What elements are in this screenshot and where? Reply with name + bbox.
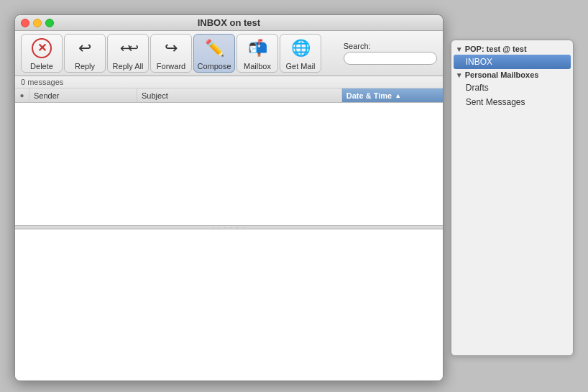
delete-icon: ✕ bbox=[30, 37, 53, 60]
delete-button[interactable]: ✕ Delete bbox=[21, 34, 63, 73]
get-mail-label: Get Mail bbox=[286, 62, 316, 70]
personal-mailboxes-label: Personal Mailboxes bbox=[465, 70, 539, 79]
sidebar-inner: ▼ POP: test @ test INBOX ▼ Personal Mail… bbox=[451, 40, 573, 112]
column-headers: ● Sender Subject Date & Time ▲ bbox=[15, 88, 443, 103]
reply-button[interactable]: ↩ Reply bbox=[64, 34, 106, 73]
reply-label: Reply bbox=[75, 62, 95, 70]
toolbar: ✕ Delete ↩ Reply ↩↩ Reply All ↪ Forward … bbox=[15, 31, 443, 76]
window-title: INBOX on test bbox=[198, 17, 260, 28]
personal-mailboxes-header[interactable]: ▼ Personal Mailboxes bbox=[451, 69, 573, 81]
mailbox-icon: 📬 bbox=[246, 37, 269, 60]
minimize-button[interactable] bbox=[33, 19, 42, 27]
get-mail-button[interactable]: 🌐 Get Mail bbox=[280, 34, 321, 73]
pop-account-label: POP: test @ test bbox=[465, 45, 527, 53]
main-window: INBOX on test ✕ Delete ↩ Reply ↩↩ Reply … bbox=[14, 14, 444, 381]
compose-label: Compose bbox=[197, 62, 231, 70]
maximize-button[interactable] bbox=[45, 19, 54, 27]
inbox-label: INBOX bbox=[466, 57, 492, 67]
close-button[interactable] bbox=[21, 19, 29, 27]
subject-col-header[interactable]: Subject bbox=[137, 88, 342, 102]
forward-label: Forward bbox=[157, 62, 185, 70]
traffic-lights bbox=[21, 19, 54, 27]
mailbox-button[interactable]: 📬 Mailbox bbox=[236, 34, 278, 73]
compose-icon: ✏️ bbox=[203, 37, 226, 60]
message-count-bar: 0 messages bbox=[15, 76, 443, 88]
reply-all-label: Reply All bbox=[113, 62, 144, 70]
preview-pane bbox=[15, 229, 443, 380]
reply-all-button[interactable]: ↩↩ Reply All bbox=[107, 34, 149, 73]
search-area: Search: bbox=[344, 42, 437, 65]
pop-account-header[interactable]: ▼ POP: test @ test bbox=[451, 43, 573, 55]
sort-arrow-icon: ▲ bbox=[395, 92, 401, 99]
drafts-label: Drafts bbox=[466, 83, 489, 93]
forward-icon: ↪ bbox=[160, 37, 183, 60]
sidebar-panel: ▼ POP: test @ test INBOX ▼ Personal Mail… bbox=[451, 40, 574, 356]
search-label: Search: bbox=[344, 42, 437, 50]
message-count: 0 messages bbox=[21, 78, 63, 86]
sent-messages-item[interactable]: Sent Messages bbox=[451, 95, 573, 109]
delete-label: Delete bbox=[30, 62, 53, 70]
title-bar: INBOX on test bbox=[15, 15, 443, 31]
datetime-col-header[interactable]: Date & Time ▲ bbox=[342, 88, 443, 102]
mailbox-label: Mailbox bbox=[244, 62, 271, 70]
reply-all-icon: ↩↩ bbox=[116, 37, 139, 60]
status-col-header: ● bbox=[15, 88, 29, 102]
get-mail-icon: 🌐 bbox=[289, 37, 312, 60]
compose-button[interactable]: ✏️ Compose bbox=[193, 34, 235, 73]
search-input[interactable] bbox=[344, 52, 437, 65]
inbox-item[interactable]: INBOX bbox=[454, 55, 571, 69]
forward-button[interactable]: ↪ Forward bbox=[150, 34, 192, 73]
message-list[interactable] bbox=[15, 103, 443, 225]
sender-col-header[interactable]: Sender bbox=[29, 88, 137, 102]
reply-icon: ↩ bbox=[73, 37, 96, 60]
personal-triangle-icon: ▼ bbox=[456, 71, 463, 79]
triangle-icon: ▼ bbox=[456, 45, 463, 53]
drafts-item[interactable]: Drafts bbox=[451, 81, 573, 95]
sent-messages-label: Sent Messages bbox=[466, 97, 525, 107]
